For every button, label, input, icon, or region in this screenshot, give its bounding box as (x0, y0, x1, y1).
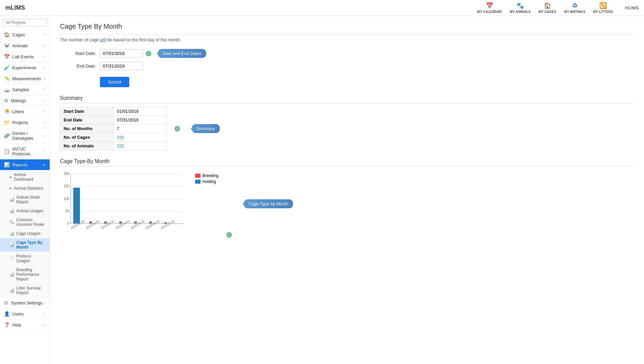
submenu-animal-statistics[interactable]: ● Animal Statistics (0, 184, 50, 193)
sidebar-item-users[interactable]: 👤 Users ‹ (0, 308, 50, 319)
bar-jan-holding (73, 188, 80, 224)
holding-color-swatch (195, 180, 200, 184)
summary-section-title: Summary (60, 95, 634, 103)
animal-dashboard-icon: ● (9, 175, 12, 179)
nav-my-litters[interactable]: 🔁 MY LITTERS (593, 2, 613, 14)
reports-nav-icon: 📊 (4, 162, 10, 167)
svg-text:150: 150 (64, 184, 69, 188)
bar-mar-holding (104, 222, 107, 223)
top-nav: mLIMS 📅 MY CALENDAR 🐾 MY ANIMALS 🏠 MY CA… (0, 0, 644, 16)
summary-label-cages: No. of Cages (60, 133, 114, 142)
chart-wrapper: 200 150 100 50 0 (60, 170, 634, 238)
common-ancestor-icon: 🔍 (9, 220, 14, 225)
summary-value-cages: 221 (114, 133, 166, 142)
cages-icon: 🏠 (544, 2, 551, 9)
submenu-common-ancestor[interactable]: 🔍 Common Ancestor Finder (0, 216, 50, 229)
submit-button[interactable]: Submit (100, 77, 129, 87)
legend-holding: Holding (195, 179, 218, 184)
svg-text:2019-07-01: 2019-07-01 (160, 219, 175, 230)
chevron-right-icon: ‹ (44, 301, 46, 305)
legend-breeding: Breeding (195, 173, 218, 178)
submenu-litter-survival[interactable]: 📊 Litter Survival Report (0, 284, 50, 297)
cage-type-month-icon: 📊 (9, 243, 14, 247)
projects-nav-icon: 📁 (4, 120, 10, 125)
table-row: No. of Animals 222 (60, 142, 166, 150)
chart-title: Cage Type By Month (60, 158, 634, 167)
sidebar-item-projects[interactable]: 📁 Projects ‹ (0, 117, 50, 128)
sidebar-item-samples[interactable]: 🧫 Samples ‹ (0, 84, 50, 95)
submenu-cage-usages[interactable]: 📊 Cage Usages (0, 229, 50, 238)
end-date-row: End Date: (60, 62, 634, 70)
start-date-input[interactable] (100, 49, 143, 58)
username: mLIMS (625, 5, 639, 10)
chevron-right-icon: ‹ (44, 134, 46, 138)
summary-wrapper: Start Date 01/01/2019 End Date 07/31/201… (60, 107, 634, 150)
end-date-label: End Date: (60, 64, 100, 69)
sidebar-item-cages[interactable]: 🏠 Cages ‹ (0, 29, 50, 40)
nav-my-calendar[interactable]: 📅 MY CALENDAR (477, 2, 502, 14)
submenu-cage-type-by-month[interactable]: 📊 Cage Type By Month (0, 238, 50, 252)
samples-nav-icon: 🧫 (4, 87, 10, 92)
sidebar-item-animals[interactable]: 🐭 Animals ‹ (0, 40, 50, 51)
nav-my-animals[interactable]: 🐾 MY ANIMALS (510, 2, 531, 14)
chevron-right-icon: ‹ (44, 77, 46, 81)
summary-value-animals: 222 (114, 142, 166, 150)
svg-text:2019-04-01: 2019-04-01 (115, 219, 130, 230)
lab-events-nav-icon: 📅 (4, 54, 10, 59)
submenu-protocol-usages[interactable]: 📄 Protocol Usages (0, 252, 50, 266)
animals-link[interactable]: 222 (117, 143, 124, 148)
submit-row: Submit (60, 74, 634, 87)
nav-my-cages[interactable]: 🏠 MY CAGES (538, 2, 556, 14)
sidebar-item-help[interactable]: ❓ Help ‹ (0, 319, 50, 330)
animal-usages-icon: 📊 (9, 209, 14, 213)
animal-strain-icon: 📊 (9, 197, 14, 202)
chevron-right-icon: ‹ (44, 44, 46, 48)
end-date-input[interactable] (100, 62, 143, 70)
summary-value-end-date: 07/31/2019 (114, 116, 166, 124)
measurements-nav-icon: 📏 (4, 76, 10, 81)
reports-submenu: ● Animal Dashboard ● Animal Statistics 📊… (0, 170, 50, 297)
chevron-down-icon: ∨ (43, 163, 46, 167)
breeding-color-swatch (195, 174, 200, 178)
chevron-right-icon: ‹ (44, 323, 46, 327)
sidebar-item-measurements[interactable]: 📏 Measurements ‹ (0, 73, 50, 84)
animals-icon: 🐾 (516, 2, 524, 9)
sidebar-item-matings[interactable]: ♻ Matings ‹ (0, 95, 50, 106)
animal-statistics-icon: ● (9, 186, 12, 191)
cages-link[interactable]: 221 (117, 135, 124, 140)
chevron-right-icon: ‹ (44, 88, 46, 91)
start-date-row: Start Date: Start and End Dates (60, 49, 634, 58)
bar-feb-holding (89, 222, 92, 223)
submenu-animal-usages[interactable]: 📊 Animal Usages (0, 207, 50, 216)
page-title: Cage Type By Month (60, 23, 634, 35)
experiments-nav-icon: 🧪 (4, 65, 10, 70)
chevron-right-icon: ‹ (44, 312, 46, 316)
chevron-right-icon: ‹ (44, 120, 46, 124)
svg-text:2019-03-01: 2019-03-01 (100, 219, 115, 230)
app-layout: 🏠 Cages ‹ 🐭 Animals ‹ 📅 Lab Events ‹ 🧪 E… (0, 16, 644, 364)
sidebar-item-system-settings[interactable]: ⚙ System Settings ‹ (0, 297, 50, 308)
summary-value-start-date: 01/01/2019 (114, 107, 166, 116)
start-date-label: Start Date: (60, 51, 100, 56)
litters-nav-icon: 🐣 (4, 109, 10, 114)
nav-my-matings[interactable]: ♻ MY MATINGS (564, 2, 585, 14)
sidebar-item-reports[interactable]: 📊 Reports ∨ (0, 159, 50, 170)
search-input[interactable] (3, 19, 47, 27)
bar-apr-holding (119, 222, 122, 223)
summary-label-months: No. of Months (60, 124, 114, 133)
summary-table: Start Date 01/01/2019 End Date 07/31/201… (60, 107, 166, 150)
sidebar-item-iacuc[interactable]: 📋 IACUC Protocols ‹ (0, 144, 50, 159)
sidebar-item-litters[interactable]: 🐣 Litters ‹ (0, 106, 50, 117)
sidebar-item-genes[interactable]: 🧬 Genes / Genotypes ‹ (0, 128, 50, 144)
bar-may-holding (134, 222, 137, 223)
tooltip-dot-dates (146, 51, 151, 56)
bar-jun-holding (149, 222, 152, 223)
chart-legend: Breeding Holding (195, 173, 218, 184)
sidebar-item-experiments[interactable]: 🧪 Experiments ‹ (0, 62, 50, 73)
submenu-animal-dashboard[interactable]: ● Animal Dashboard (0, 170, 50, 184)
sidebar: 🏠 Cages ‹ 🐭 Animals ‹ 📅 Lab Events ‹ 🧪 E… (0, 16, 50, 364)
help-nav-icon: ❓ (4, 322, 10, 327)
submenu-animal-strain-report[interactable]: 📊 Animal Strain Report (0, 193, 50, 207)
sidebar-item-lab-events[interactable]: 📅 Lab Events ‹ (0, 51, 50, 62)
submenu-breeding-performance[interactable]: 📊 Breeding Performance Report (0, 266, 50, 284)
